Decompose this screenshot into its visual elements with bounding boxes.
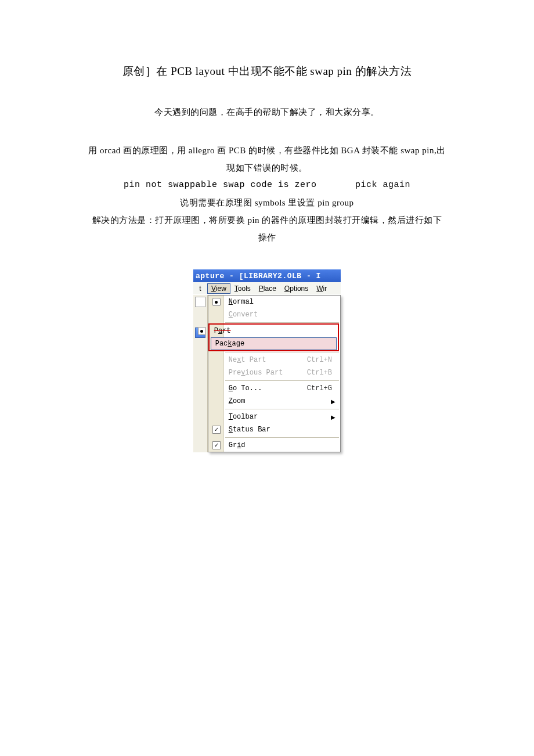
menu-item-convert: Convert — [224, 308, 340, 321]
menubar: t View Tools Place Options Wir — [193, 282, 341, 295]
window-title: apture - [LIBRARY2.OLB - I — [196, 272, 321, 280]
menu-separator — [225, 352, 339, 352]
menu-window[interactable]: Wir — [312, 283, 331, 294]
menu-item-package[interactable]: Package — [211, 337, 337, 350]
menubar-left-fragment: t — [193, 285, 207, 293]
toolbar-icon-1[interactable] — [195, 297, 205, 307]
menu-options[interactable]: Options — [280, 283, 312, 294]
radio-selected-icon — [198, 327, 206, 335]
doc-intro: 今天遇到的问题，在高手的帮助下解决了，和大家分享。 — [58, 103, 476, 121]
menu-item-part[interactable]: Part — [210, 325, 338, 337]
doc-p3-l1: 解决的方法是：打开原理图，将所要换 pin 的器件的原理图封装打开编辑，然后进行… — [58, 211, 476, 229]
menu-separator — [225, 380, 339, 381]
doc-error-text: pin not swappable swap code is zero pick… — [58, 177, 476, 194]
radio-selected-icon — [212, 298, 221, 306]
menu-separator — [225, 322, 339, 323]
menu-item-goto[interactable]: Go To... Ctrl+G — [224, 382, 340, 395]
doc-p1-l2: 现如下错误的时候。 — [58, 159, 476, 177]
menu-place[interactable]: Place — [255, 283, 280, 294]
menu-item-toolbar[interactable]: Toolbar ▶ — [224, 411, 340, 423]
menu-item-grid[interactable]: ✓ Grid — [224, 439, 340, 452]
menu-item-status-bar[interactable]: ✓ Status Bar — [224, 423, 340, 436]
doc-p2: 说明需要在原理图 symbols 里设置 pin group — [58, 194, 476, 211]
menu-separator — [225, 409, 339, 409]
menu-separator — [225, 437, 339, 438]
submenu-arrow-icon: ▶ — [331, 414, 335, 420]
doc-p1-l1: 用 orcad 画的原理图，用 allegro 画 PCB 的时候，有些器件比如… — [58, 142, 476, 159]
checkmark-icon: ✓ — [212, 426, 221, 434]
doc-title: 原创］在 PCB layout 中出现不能不能 swap pin 的解决方法 — [58, 64, 476, 79]
menu-item-zoom[interactable]: Zoom ▶ — [224, 395, 340, 408]
menu-tools[interactable]: Tools — [230, 283, 255, 294]
view-dropdown-menu: Normal Convert Part — [208, 295, 341, 452]
menu-item-next-part: Next Part Ctrl+N — [224, 354, 340, 366]
red-highlight-box: Part Package — [208, 323, 339, 351]
window-titlebar: apture - [LIBRARY2.OLB - I — [193, 269, 341, 282]
submenu-arrow-icon: ▶ — [331, 398, 335, 405]
menu-view[interactable]: View — [207, 283, 230, 294]
left-toolbar — [193, 295, 208, 452]
menu-item-previous-part: Previous Part Ctrl+B — [224, 366, 340, 379]
checkmark-icon: ✓ — [212, 441, 221, 449]
menu-item-normal[interactable]: Normal — [224, 296, 340, 308]
doc-p3-l2: 操作 — [58, 229, 476, 246]
app-screenshot: apture - [LIBRARY2.OLB - I t View Tools … — [193, 269, 341, 452]
